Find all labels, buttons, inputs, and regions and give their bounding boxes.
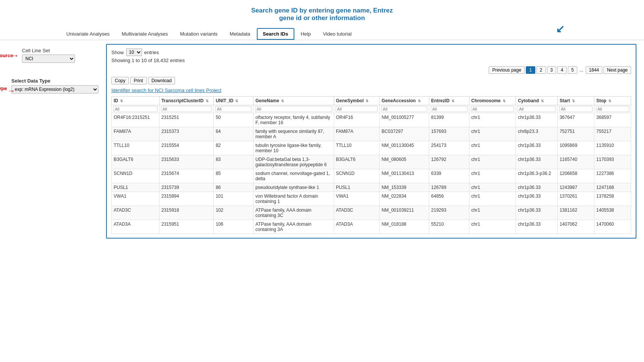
cell-stop: 368597 <box>594 113 631 127</box>
filter-input-start[interactable] <box>559 106 592 112</box>
filter-input-entrez_id[interactable] <box>431 106 467 112</box>
cell-line-set-select[interactable]: NCI <box>22 55 75 63</box>
col-header-unit_id[interactable]: UNIT_ID ⇅ <box>214 97 253 105</box>
identifier-link[interactable]: Identifier search for NCI Sarcoma cell l… <box>111 87 631 93</box>
cell-chromosome: chr1 <box>469 192 516 206</box>
cell-gene_symbol: SCNN1D <box>334 169 380 183</box>
cell-transcript_cluster_id: 2315251 <box>159 113 213 127</box>
cell-transcript_cluster_id: 2315633 <box>159 155 213 169</box>
cell-stop: 755217 <box>594 127 631 141</box>
cell-unit_id: 106 <box>214 220 253 234</box>
download-button[interactable]: Download <box>148 77 175 84</box>
copy-button[interactable]: Copy <box>111 77 129 84</box>
col-header-entrez_id[interactable]: EntrezID ⇅ <box>429 97 469 105</box>
cell-gene_symbol: B3GALT6 <box>334 155 380 169</box>
filter-input-gene_symbol[interactable] <box>336 106 378 112</box>
sidebar: 1-Specify data source → Cell Line Set NC… <box>8 44 98 239</box>
cell-entrez_id: 254173 <box>429 141 469 155</box>
page-button-2[interactable]: 2 <box>536 66 546 74</box>
col-header-chromosome[interactable]: Chromosome ⇅ <box>469 97 516 105</box>
col-header-gene_accession[interactable]: GeneAccession ⇅ <box>380 97 429 105</box>
sort-icon-entrez_id: ⇅ <box>452 99 455 103</box>
cell-gene_name: pseudouridylate synthase-like 1 <box>253 183 334 192</box>
filter-input-id[interactable] <box>113 106 158 112</box>
page-button-1[interactable]: 1 <box>526 66 535 74</box>
show-entries-row: Show 10 25 50 entries <box>111 48 631 56</box>
col-header-start[interactable]: Start ⇅ <box>558 97 594 105</box>
cell-gene_name: UDP-Gal:betaGal beta 1,3-galactosyltrans… <box>253 155 334 169</box>
page-button-3[interactable]: 3 <box>547 66 556 74</box>
table-row: SCNN1D231567485sodium channel, nonvoltag… <box>112 169 631 183</box>
cell-gene_accession: NM_080605 <box>380 155 429 169</box>
filter-input-transcript_cluster_id[interactable] <box>161 106 212 112</box>
col-header-transcript_cluster_id[interactable]: TranscriptClusterID ⇅ <box>159 97 213 105</box>
cell-start: 752751 <box>558 127 594 141</box>
col-header-gene_name[interactable]: GeneName ⇅ <box>253 97 334 105</box>
nav-item-mutation-variants[interactable]: Mutation variants <box>174 28 223 39</box>
nav-item-help[interactable]: Help <box>295 28 317 39</box>
col-header-stop[interactable]: Stop ⇅ <box>594 97 631 105</box>
content-area: Show 10 25 50 entries Showing 1 to 10 of… <box>106 44 636 239</box>
cell-stop: 1170393 <box>594 155 631 169</box>
cell-transcript_cluster_id: 2315373 <box>159 127 213 141</box>
next-page-button[interactable]: Next page <box>603 66 631 74</box>
cell-stop: 1378258 <box>594 192 631 206</box>
cell-cytoband: chr1p36.33 <box>516 206 558 220</box>
previous-page-button[interactable]: Previous page <box>489 66 525 74</box>
cell-gene_name: family with sequence similarity 87, memb… <box>253 127 334 141</box>
cell-stop: 1135910 <box>594 141 631 155</box>
filter-input-gene_name[interactable] <box>255 106 332 112</box>
cell-chromosome: chr1 <box>469 155 516 169</box>
col-header-id[interactable]: ID ⇅ <box>112 97 159 105</box>
cell-cytoband: chr1p36.33 <box>516 113 558 127</box>
pagination: Previous page12345...1844Next page <box>111 66 631 74</box>
cell-id: FAM87A <box>112 127 159 141</box>
cell-gene_name: sodium channel, nonvoltage-gated 1, delt… <box>253 169 334 183</box>
page-button-5[interactable]: 5 <box>568 66 577 74</box>
data-type-select[interactable]: exp: mRNA Expression (log2) <box>11 85 98 94</box>
cell-unit_id: 86 <box>214 183 253 192</box>
cell-entrez_id: 55210 <box>429 220 469 234</box>
col-header-gene_symbol[interactable]: GeneSymbol ⇅ <box>334 97 380 105</box>
table-row: ATAD3A2315951106ATPase family, AAA domai… <box>112 220 631 234</box>
cell-start: 1165740 <box>558 155 594 169</box>
sort-icon-gene_name: ⇅ <box>281 99 284 103</box>
top-annotation: Search gene ID by entering gene name, En… <box>0 0 644 26</box>
last-page-button[interactable]: 1844 <box>586 66 603 74</box>
sort-icon-unit_id: ⇅ <box>235 99 238 103</box>
nav-item-video-tutorial[interactable]: Video tutorial <box>317 28 357 39</box>
cell-unit_id: 85 <box>214 169 253 183</box>
cell-start: 1206658 <box>558 169 594 183</box>
table-row: VWA12315894101von Willebrand factor A do… <box>112 192 631 206</box>
table-row: OR4F16:2315251231525150olfactory recepto… <box>112 113 631 127</box>
filter-input-unit_id[interactable] <box>215 106 252 112</box>
step2-label: 2-Specify data type <box>0 86 7 91</box>
col-header-cytoband[interactable]: Cytoband ⇅ <box>516 97 558 105</box>
cell-gene_symbol: VWA1 <box>334 192 380 206</box>
nav-item-multivariate-analyses[interactable]: Multivariate Analyses <box>116 28 174 39</box>
annotation-title2: gene id or other information <box>279 14 365 22</box>
cell-gene_name: tubulin tyrosine ligase-like family, mem… <box>253 141 334 155</box>
nav-item-metadata[interactable]: Metadata <box>224 28 256 39</box>
cell-gene_accession: NM_001039211 <box>380 206 429 220</box>
filter-input-chromosome[interactable] <box>471 106 514 112</box>
print-button[interactable]: Print <box>130 77 147 84</box>
filter-input-gene_accession[interactable] <box>381 106 427 112</box>
cell-chromosome: chr1 <box>469 220 516 234</box>
page-button-4[interactable]: 4 <box>557 66 567 74</box>
cell-gene_symbol: OR4F16 <box>334 113 380 127</box>
cell-gene_accession: NM_153339 <box>380 183 429 192</box>
cell-stop: 1227386 <box>594 169 631 183</box>
filter-input-stop[interactable] <box>596 106 629 112</box>
cell-unit_id: 102 <box>214 206 253 220</box>
cell-cytoband: chr1p36.3-p36.2 <box>516 169 558 183</box>
nav-item-search-ids[interactable]: Search IDs <box>257 28 294 40</box>
entries-per-page-select[interactable]: 10 25 50 <box>126 48 142 56</box>
filter-input-cytoband[interactable] <box>517 106 556 112</box>
cell-entrez_id: 126789 <box>429 183 469 192</box>
annotation-arrow: ↙ <box>556 23 564 35</box>
cell-id: B3GALT6 <box>112 155 159 169</box>
sort-icon-id: ⇅ <box>120 99 123 103</box>
nav-item-univariate-analyses[interactable]: Univariate Analyses <box>61 28 115 39</box>
cell-gene_accession: NM_001130413 <box>380 169 429 183</box>
